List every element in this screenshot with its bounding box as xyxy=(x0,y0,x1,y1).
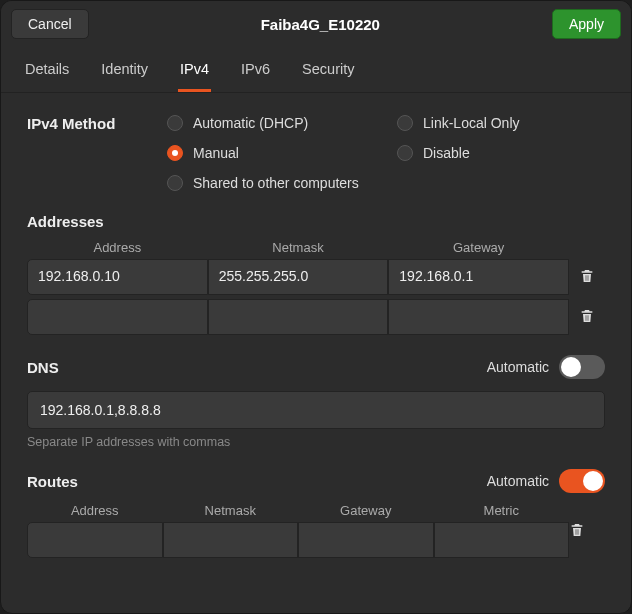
radio-icon xyxy=(167,175,183,191)
radio-icon xyxy=(397,115,413,131)
dns-heading: DNS xyxy=(27,359,59,376)
window-title: Faiba4G_E10220 xyxy=(261,16,380,33)
tab-identity[interactable]: Identity xyxy=(99,47,150,92)
address-row xyxy=(27,299,605,335)
radio-label: Automatic (DHCP) xyxy=(193,115,308,131)
cancel-button[interactable]: Cancel xyxy=(11,9,89,39)
radio-label: Link-Local Only xyxy=(423,115,520,131)
trash-icon xyxy=(579,308,595,327)
col-gateway: Gateway xyxy=(388,240,569,255)
dns-servers-input[interactable] xyxy=(27,391,605,429)
network-settings-dialog: Cancel Faiba4G_E10220 Apply Details Iden… xyxy=(0,0,632,614)
gateway-input[interactable] xyxy=(388,299,569,335)
routes-automatic-toggle[interactable] xyxy=(559,469,605,493)
radio-icon xyxy=(397,145,413,161)
col-address: Address xyxy=(27,240,208,255)
radio-automatic-dhcp[interactable]: Automatic (DHCP) xyxy=(167,115,397,131)
dns-hint: Separate IP addresses with commas xyxy=(27,435,605,449)
address-input[interactable]: 192.168.0.10 xyxy=(27,259,208,295)
ipv4-method-label: IPv4 Method xyxy=(27,115,167,132)
radio-label: Shared to other computers xyxy=(193,175,359,191)
col-metric: Metric xyxy=(434,503,570,518)
radio-label: Disable xyxy=(423,145,470,161)
tab-bar: Details Identity IPv4 IPv6 Security xyxy=(1,47,631,93)
titlebar: Cancel Faiba4G_E10220 Apply xyxy=(1,1,631,47)
routes-automatic-label: Automatic xyxy=(487,473,549,489)
address-row: 192.168.0.10 255.255.255.0 192.168.0.1 xyxy=(27,259,605,295)
col-gateway: Gateway xyxy=(298,503,434,518)
dns-automatic-toggle[interactable] xyxy=(559,355,605,379)
delete-row-button[interactable] xyxy=(569,259,605,295)
apply-button[interactable]: Apply xyxy=(552,9,621,39)
tab-security[interactable]: Security xyxy=(300,47,356,92)
col-netmask: Netmask xyxy=(163,503,299,518)
tab-content: IPv4 Method Automatic (DHCP) Link-Local … xyxy=(1,93,631,613)
dns-automatic-label: Automatic xyxy=(487,359,549,375)
route-metric-input[interactable] xyxy=(434,522,570,558)
route-row xyxy=(27,522,605,558)
col-netmask: Netmask xyxy=(208,240,389,255)
tab-ipv6[interactable]: IPv6 xyxy=(239,47,272,92)
ipv4-method-group: Automatic (DHCP) Link-Local Only Manual … xyxy=(167,115,605,191)
radio-shared[interactable]: Shared to other computers xyxy=(167,175,397,191)
tab-details[interactable]: Details xyxy=(23,47,71,92)
radio-link-local-only[interactable]: Link-Local Only xyxy=(397,115,605,131)
route-gateway-input[interactable] xyxy=(298,522,434,558)
addresses-heading: Addresses xyxy=(27,213,605,230)
routes-heading: Routes xyxy=(27,473,78,490)
radio-manual[interactable]: Manual xyxy=(167,145,397,161)
route-netmask-input[interactable] xyxy=(163,522,299,558)
radio-disable[interactable]: Disable xyxy=(397,145,605,161)
route-address-input[interactable] xyxy=(27,522,163,558)
delete-route-button[interactable] xyxy=(569,522,605,558)
address-input[interactable] xyxy=(27,299,208,335)
col-address: Address xyxy=(27,503,163,518)
trash-icon xyxy=(579,268,595,287)
delete-row-button[interactable] xyxy=(569,299,605,335)
trash-icon xyxy=(569,525,585,541)
netmask-input[interactable]: 255.255.255.0 xyxy=(208,259,389,295)
radio-icon xyxy=(167,115,183,131)
netmask-input[interactable] xyxy=(208,299,389,335)
tab-ipv4[interactable]: IPv4 xyxy=(178,47,211,92)
addresses-table: Address Netmask Gateway 192.168.0.10 255… xyxy=(27,236,605,335)
radio-label: Manual xyxy=(193,145,239,161)
gateway-input[interactable]: 192.168.0.1 xyxy=(388,259,569,295)
radio-icon xyxy=(167,145,183,161)
